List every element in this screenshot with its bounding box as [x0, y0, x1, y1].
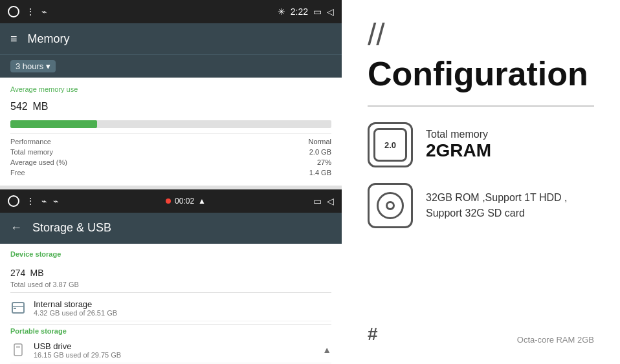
stat-row: Performance Normal [10, 136, 331, 147]
storage-value: 274 MB [10, 261, 331, 281]
stat-label: Performance [10, 138, 51, 145]
storage-number: 274 [10, 268, 25, 278]
menu-dots-icon-2: ⋮ [26, 196, 35, 206]
internal-storage-name: Internal storage [34, 299, 331, 309]
usb-drive-text: USB drive 16.15 GB used of 29.75 GB [34, 341, 315, 359]
storage-content: Device storage 274 MB Total used of 3.87… [0, 244, 342, 364]
stat-label: Average used (%) [10, 158, 67, 166]
hdd-desc: 32GB ROM ,Support 1T HDD ,Support 32G SD… [426, 190, 567, 221]
time-filter-bar: 3 hours ▾ [0, 54, 342, 78]
eject-icon-1[interactable]: ▲ [322, 345, 331, 355]
memory-unit: MB [32, 101, 48, 112]
time-display: 2:22 [291, 6, 308, 17]
circle-icon-2 [8, 195, 19, 207]
back-icon-2: ◁ [327, 196, 334, 206]
config-title: Configuration [368, 56, 594, 92]
divider [10, 292, 331, 293]
memory-content: Average memory use 542 MB Performance No… [0, 78, 342, 186]
memory-stats: Performance Normal Total memory 2.0 GB A… [10, 133, 331, 178]
status-icons-right-2: ▭ ◁ [313, 196, 334, 206]
ram-value: 2GRAM [426, 140, 491, 161]
internal-storage-text: Internal storage 4.32 GB used of 26.51 G… [34, 299, 331, 317]
stat-value: Normal [309, 138, 331, 145]
chevron-down-icon: ▾ [46, 61, 50, 71]
bottom-row: # Octa-core RAM 2GB [368, 319, 594, 345]
storage-menu-bar: ← Storage & USB [0, 213, 342, 244]
device-storage-label: Device storage [10, 250, 331, 258]
stat-row: Average used (%) 27% [10, 157, 331, 167]
screen-icon: ▭ [313, 6, 322, 17]
back-nav-icon[interactable]: ← [10, 221, 22, 235]
memory-screen: ⋮ ⌁ ✳ 2:22 ▭ ◁ ≡ Memory 3 hours ▾ Averag… [0, 0, 342, 189]
svg-rect-2 [14, 308, 16, 309]
portable-storage-label: Portable storage [10, 327, 331, 335]
portable-storage-section: Portable storage USB drive 16.15 GB used… [10, 327, 331, 364]
recording-time: 00:02 [175, 197, 194, 206]
svg-rect-3 [14, 344, 22, 356]
internal-storage-item[interactable]: Internal storage 4.32 GB used of 26.51 G… [10, 295, 331, 321]
ram-spec-item: 2.0 Total memory 2GRAM [368, 122, 594, 167]
octa-label: Octa-core RAM 2GB [517, 335, 594, 345]
hamburger-icon[interactable]: ≡ [10, 32, 17, 46]
usb-icon: ⌁ [41, 6, 47, 17]
chip-icon-box: 2.0 [368, 122, 413, 167]
time-filter-dropdown[interactable]: 3 hours ▾ [10, 60, 56, 72]
status-icons-right: ✳ 2:22 ▭ ◁ [278, 6, 334, 17]
right-divider [368, 105, 594, 107]
ram-label: Total memory [426, 129, 491, 140]
hdd-inner-ring [377, 192, 404, 219]
usb-icon-3: ⌁ [53, 196, 58, 206]
status-bar-top: ⋮ ⌁ ✳ 2:22 ▭ ◁ [0, 0, 342, 23]
storage-screen: ⋮ ⌁ ⌁ 00:02 ▲ ▭ ◁ ← Storage & USB Device… [0, 189, 342, 364]
hdd-icon-box [368, 183, 413, 228]
memory-bar-fill [10, 120, 97, 128]
memory-value: 542 MB [10, 93, 331, 115]
right-panel: // Configuration 2.0 Total memory 2GRAM … [342, 0, 620, 364]
memory-title: Memory [28, 32, 70, 46]
usb-drive-item[interactable]: USB drive 16.15 GB used of 29.75 GB ▲ [10, 337, 331, 363]
usb-drive-sub: 16.15 GB used of 29.75 GB [34, 351, 315, 359]
hdd-spec-text: 32GB ROM ,Support 1T HDD ,Support 32G SD… [426, 190, 567, 221]
status-icons-left: ⋮ ⌁ [8, 6, 47, 17]
time-filter-label: 3 hours [16, 61, 43, 71]
stat-label: Free [10, 169, 25, 177]
internal-storage-sub: 4.32 GB used of 26.51 GB [34, 309, 331, 317]
status-bar-bottom: ⋮ ⌁ ⌁ 00:02 ▲ ▭ ◁ [0, 189, 342, 213]
usb-drive-name: USB drive [34, 341, 315, 351]
memory-number: 542 [10, 101, 28, 112]
memory-bar-container [10, 120, 331, 128]
slash-icon: // [368, 19, 594, 50]
left-panel: ⋮ ⌁ ✳ 2:22 ▭ ◁ ≡ Memory 3 hours ▾ Averag… [0, 0, 342, 364]
menu-dots-icon: ⋮ [26, 6, 35, 17]
usb-drive-icon [10, 342, 26, 358]
screen-icon-2: ▭ [313, 196, 322, 206]
divider-2 [10, 324, 331, 325]
storage-title: Storage & USB [32, 221, 111, 235]
hash-icon: # [368, 324, 378, 345]
stat-value: 27% [317, 158, 331, 166]
stat-value: 2.0 GB [309, 148, 331, 156]
svg-rect-4 [16, 346, 20, 348]
stat-row: Total memory 2.0 GB [10, 147, 331, 157]
status-icons-left-2: ⋮ ⌁ ⌁ [8, 195, 58, 207]
storage-unit: MB [30, 268, 44, 278]
avg-memory-label: Average memory use [10, 85, 331, 93]
chip-label: 2.0 [384, 140, 396, 150]
internal-storage-icon [10, 300, 26, 316]
stat-value: 1.4 GB [309, 169, 331, 177]
ram-spec-text: Total memory 2GRAM [426, 129, 491, 161]
usb-icon-2: ⌁ [41, 196, 47, 206]
memory-menu-bar: ≡ Memory [0, 23, 342, 54]
storage-sub: Total used of 3.87 GB [10, 281, 331, 288]
stat-row: Free 1.4 GB [10, 167, 331, 178]
stat-label: Total memory [10, 148, 53, 156]
bluetooth-icon: ✳ [278, 6, 285, 17]
recording-dot [166, 198, 171, 204]
play-icon: ▲ [198, 197, 206, 206]
circle-icon [8, 6, 19, 17]
chip-icon-border: 2.0 [373, 128, 407, 162]
back-icon: ◁ [327, 6, 334, 17]
hdd-spec-item: 32GB ROM ,Support 1T HDD ,Support 32G SD… [368, 183, 594, 228]
status-center: 00:02 ▲ [166, 197, 206, 206]
hdd-center-dot [386, 201, 395, 210]
